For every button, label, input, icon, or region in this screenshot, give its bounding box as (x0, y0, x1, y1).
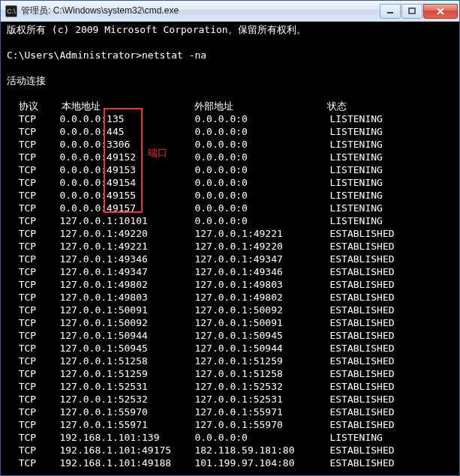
svg-rect-1 (409, 8, 415, 13)
window-controls (380, 4, 459, 19)
console-line: 协议 本地地址 外部地址 状态 (7, 100, 456, 112)
minimize-button[interactable] (380, 4, 401, 19)
console-line: TCP 192.168.1.101:139 0.0.0.0:0 LISTENIN… (7, 431, 456, 444)
console-line: TCP 127.0.0.1:50091 127.0.0.1:50092 ESTA… (7, 304, 456, 316)
console-line: TCP 0.0.0.0:49154 0.0.0.0:0 LISTENING (7, 176, 456, 189)
console-line (7, 36, 456, 49)
port-annotation: 端口 (148, 146, 167, 160)
console-line: TCP 192.168.1.101:54317 112.64.199.148:8… (7, 469, 456, 472)
console-output[interactable]: 版权所有 (c) 2009 Microsoft Corporation。保留所有… (4, 22, 456, 472)
console-line: TCP 127.0.0.1:50092 127.0.0.1:50091 ESTA… (7, 316, 456, 329)
console-line: TCP 127.0.0.1:49220 127.0.0.1:49221 ESTA… (7, 227, 456, 240)
console-line: TCP 0.0.0.0:49155 0.0.0.0:0 LISTENING (7, 189, 456, 202)
console-line: TCP 192.168.1.101:49188 101.199.97.104:8… (7, 457, 456, 469)
console-line: TCP 127.0.0.1:51258 127.0.0.1:51259 ESTA… (7, 355, 456, 367)
maximize-button[interactable] (401, 4, 422, 19)
console-line: TCP 127.0.0.1:49346 127.0.0.1:49347 ESTA… (7, 253, 456, 265)
console-line: 活动连接 (7, 74, 456, 87)
close-button[interactable] (423, 4, 458, 19)
console-line: TCP 127.0.0.1:49803 127.0.0.1:49802 ESTA… (7, 291, 456, 304)
console-line: TCP 0.0.0.0:49153 0.0.0.0:0 LISTENING (7, 163, 456, 176)
console-line: TCP 0.0.0.0:3306 0.0.0.0:0 LISTENING (7, 138, 456, 151)
console-line: TCP 127.0.0.1:50944 127.0.0.1:50945 ESTA… (7, 329, 456, 342)
window-title: 管理员: C:\Windows\system32\cmd.exe (21, 4, 380, 17)
console-line (7, 61, 456, 74)
console-line: TCP 0.0.0.0:49157 0.0.0.0:0 LISTENING (7, 202, 456, 214)
console-line: TCP 127.0.0.1:49221 127.0.0.1:49220 ESTA… (7, 240, 456, 253)
console-line: C:\Users\Administrator>netstat -na (7, 49, 456, 61)
console-line: TCP 127.0.0.1:52532 127.0.0.1:52531 ESTA… (7, 393, 456, 406)
console-line: TCP 0.0.0.0:135 0.0.0.0:0 LISTENING (7, 112, 456, 125)
console-line: TCP 127.0.0.1:50945 127.0.0.1:50944 ESTA… (7, 342, 456, 355)
cmd-window: C:\ 管理员: C:\Windows\system32\cmd.exe 版权所… (0, 0, 460, 476)
svg-rect-0 (387, 12, 393, 13)
titlebar[interactable]: C:\ 管理员: C:\Windows\system32\cmd.exe (1, 1, 459, 22)
console-line: TCP 0.0.0.0:49152 0.0.0.0:0 LISTENING (7, 151, 456, 163)
console-line: TCP 127.0.0.1:49802 127.0.0.1:49803 ESTA… (7, 278, 456, 291)
console-line: TCP 127.0.0.1:49347 127.0.0.1:49346 ESTA… (7, 265, 456, 278)
cmd-icon: C:\ (5, 5, 17, 17)
console-line: TCP 127.0.0.1:52531 127.0.0.1:52532 ESTA… (7, 380, 456, 393)
console-line: TCP 192.168.1.101:49175 182.118.59.181:8… (7, 444, 456, 457)
console-line: TCP 0.0.0.0:445 0.0.0.0:0 LISTENING (7, 125, 456, 138)
console-line: TCP 127.0.0.1:55971 127.0.0.1:55970 ESTA… (7, 418, 456, 431)
console-line: TCP 127.0.0.1:10101 0.0.0.0:0 LISTENING (7, 214, 456, 227)
console-line: TCP 127.0.0.1:55970 127.0.0.1:55971 ESTA… (7, 406, 456, 418)
console-line: TCP 127.0.0.1:51259 127.0.0.1:51258 ESTA… (7, 367, 456, 380)
console-line: 版权所有 (c) 2009 Microsoft Corporation。保留所有… (7, 23, 456, 36)
console-line (7, 87, 456, 100)
